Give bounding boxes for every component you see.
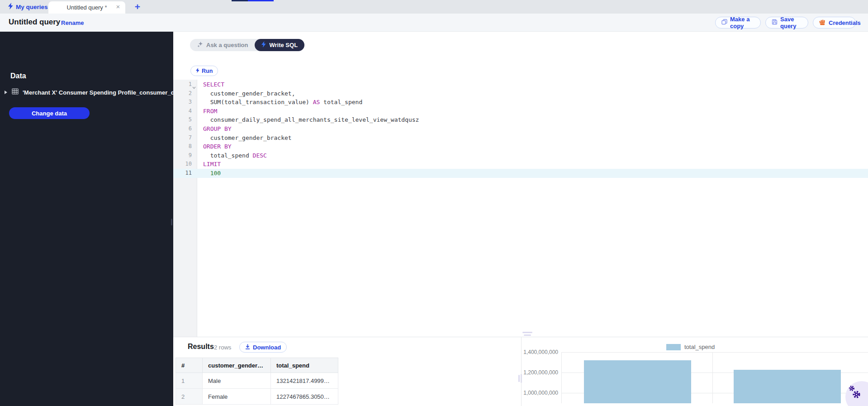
- line-number: 6: [173, 124, 197, 134]
- chart-settings-button[interactable]: [845, 381, 868, 406]
- loading-bar-segment: [248, 0, 274, 1]
- page-title: Untitled query: [9, 18, 60, 27]
- download-label: Download: [253, 344, 281, 351]
- credentials-label: Credentials: [829, 19, 861, 26]
- tab-untitled-query[interactable]: Untitled query * ×: [48, 1, 125, 14]
- credentials-hand-icon: [819, 19, 826, 27]
- write-sql-label: Write SQL: [269, 42, 298, 48]
- code-text: FROM: [197, 107, 217, 116]
- line-number: 8: [173, 142, 197, 151]
- code-line[interactable]: 1SELECT: [173, 80, 868, 89]
- code-line[interactable]: 6GROUP BY: [173, 124, 868, 134]
- ask-a-question-label: Ask a question: [206, 42, 248, 48]
- gear-icon: [852, 390, 861, 401]
- y-axis-tick-label: 1,400,000,000: [522, 349, 558, 355]
- code-line[interactable]: 5 consumer_daily_spend_all_merchants_sit…: [173, 115, 868, 124]
- loading-bar-segment: [232, 0, 248, 1]
- code-text: ORDER BY: [197, 142, 232, 151]
- column-header[interactable]: #: [176, 358, 203, 373]
- split-resize-handle[interactable]: [518, 375, 520, 382]
- make-a-copy-label: Make a copy: [730, 16, 754, 29]
- save-query-button[interactable]: Save query: [765, 17, 808, 29]
- caret-right-icon[interactable]: [5, 91, 7, 94]
- code-text: total_spend DESC: [197, 151, 267, 160]
- credentials-button[interactable]: Credentials: [813, 17, 856, 29]
- save-query-label: Save query: [780, 16, 802, 29]
- code-line[interactable]: 8ORDER BY: [173, 142, 868, 151]
- code-line[interactable]: 2 customer_gender_bracket,: [173, 89, 868, 98]
- table-cell: 2: [176, 389, 203, 405]
- my-queries-link[interactable]: My queries: [8, 0, 48, 14]
- line-number: 4: [173, 107, 197, 116]
- table-cell: 1321421817.4999…: [271, 373, 338, 389]
- table-grid-icon: [12, 88, 19, 96]
- change-data-button[interactable]: Change data: [9, 107, 90, 119]
- download-icon: [245, 344, 250, 351]
- line-number: 5: [173, 115, 197, 124]
- tab-bar: My queries Untitled query * × +: [0, 0, 868, 14]
- ask-a-question-tab[interactable]: Ask a question: [190, 39, 255, 51]
- code-text: customer_gender_bracket: [197, 134, 292, 143]
- panel-resize-handle[interactable]: [524, 334, 531, 336]
- chart-legend[interactable]: total_spend: [666, 344, 715, 350]
- rename-button[interactable]: Rename: [61, 19, 84, 26]
- line-number: 7: [173, 134, 197, 143]
- table-cell: 1: [176, 373, 203, 389]
- results-bar-chart: total_spend 1,400,000,0001,200,000,0001,…: [521, 337, 868, 406]
- table-row[interactable]: 1Male1321421817.4999…: [176, 373, 338, 389]
- code-line[interactable]: 11 100: [173, 169, 868, 178]
- chart-gridline: [561, 352, 562, 403]
- bar-male[interactable]: [584, 360, 691, 403]
- column-header[interactable]: customer_gender…: [203, 358, 271, 373]
- column-header[interactable]: total_spend: [271, 358, 338, 373]
- code-text: consumer_daily_spend_all_merchants_site_…: [197, 115, 419, 124]
- code-text: LIMIT: [197, 160, 221, 169]
- query-workspace: Ask a question Write SQL Run 1SELECT2 cu…: [173, 32, 868, 406]
- download-button[interactable]: Download: [239, 342, 287, 353]
- table-row[interactable]: 2Female1227467865.3050…: [176, 389, 338, 405]
- line-number: 9: [173, 151, 197, 160]
- legend-label: total_spend: [684, 344, 715, 350]
- new-tab-button[interactable]: +: [132, 1, 143, 13]
- results-table: #customer_gender…total_spend 1Male132142…: [175, 358, 338, 405]
- results-rowcount: 2 rows: [214, 344, 231, 351]
- code-line[interactable]: 7 customer_gender_bracket: [173, 134, 868, 143]
- sidebar-resize-handle[interactable]: [171, 219, 172, 225]
- sparkle-icon: [197, 41, 203, 49]
- y-axis-tick-label: 1,200,000,000: [522, 369, 558, 376]
- code-text: 100: [197, 169, 221, 178]
- close-icon[interactable]: ×: [114, 3, 122, 10]
- panel-resize-handle[interactable]: [522, 332, 532, 333]
- tab-label: Untitled query: [67, 4, 103, 11]
- lightning-icon: [196, 68, 199, 74]
- chart-gridline: [561, 352, 868, 353]
- bar-female[interactable]: [734, 370, 841, 403]
- write-sql-tab[interactable]: Write SQL: [255, 39, 304, 51]
- lightning-icon: [8, 3, 13, 11]
- results-title: Results: [188, 343, 214, 351]
- page-header: Untitled query Rename Make a copy Save q…: [0, 14, 868, 32]
- line-number: 10: [173, 160, 197, 169]
- make-a-copy-button[interactable]: Make a copy: [715, 17, 761, 29]
- code-text: customer_gender_bracket,: [197, 89, 295, 98]
- code-text: SELECT: [197, 80, 224, 89]
- code-line[interactable]: 4FROM: [173, 107, 868, 116]
- chart-gridline: [712, 352, 713, 403]
- legend-swatch: [666, 344, 681, 350]
- mode-toggle: Ask a question Write SQL: [190, 39, 304, 51]
- save-icon: [772, 19, 778, 26]
- code-line[interactable]: 3 SUM(total_transaction_value) AS total_…: [173, 98, 868, 107]
- code-text: SUM(total_transaction_value) AS total_sp…: [197, 98, 362, 107]
- run-button[interactable]: Run: [190, 66, 218, 76]
- code-text: GROUP BY: [197, 124, 232, 134]
- y-axis-tick-label: 1,000,000,000: [522, 390, 558, 396]
- copy-icon: [721, 19, 727, 26]
- code-line[interactable]: 10LIMIT: [173, 160, 868, 169]
- run-label: Run: [202, 68, 213, 74]
- data-sidebar: Data 'Merchant X' Consumer Spending Prof…: [0, 32, 173, 406]
- dataset-name: 'Merchant X' Consumer Spending Profile_c…: [23, 89, 173, 96]
- code-line[interactable]: 9 total_spend DESC: [173, 151, 868, 160]
- sql-editor[interactable]: 1SELECT2 customer_gender_bracket,3 SUM(t…: [173, 80, 868, 337]
- table-cell: Female: [203, 389, 271, 405]
- dataset-tree-item[interactable]: 'Merchant X' Consumer Spending Profile_c…: [0, 87, 173, 98]
